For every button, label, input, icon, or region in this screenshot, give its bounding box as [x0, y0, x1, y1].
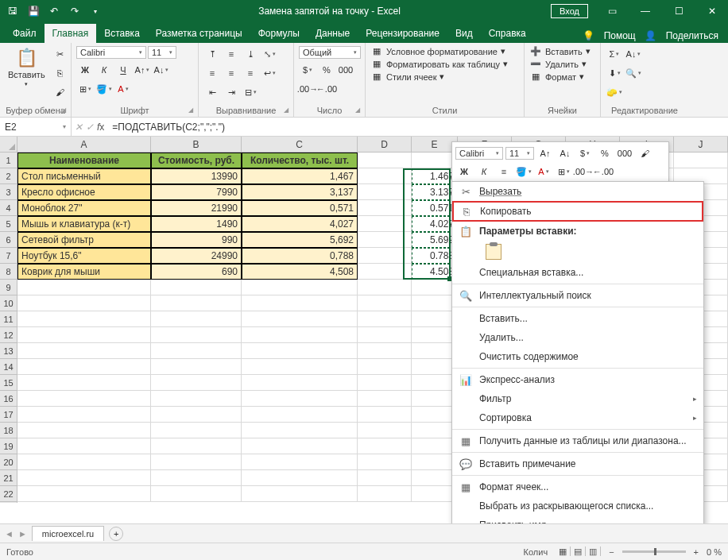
- cell-D1[interactable]: [358, 153, 412, 168]
- fx-icon[interactable]: fx: [97, 122, 104, 133]
- cell-A14[interactable]: [17, 359, 151, 375]
- row-header-11[interactable]: 11: [0, 311, 17, 327]
- format-painter-icon[interactable]: 🖌: [52, 84, 69, 100]
- ctx-get-data[interactable]: ▦Получить данные из таблицы или диапазон…: [452, 431, 703, 450]
- percent-icon[interactable]: %: [318, 62, 335, 78]
- cell-A21[interactable]: [17, 470, 151, 486]
- cell-B18[interactable]: [151, 423, 242, 438]
- cell-A6[interactable]: Сетевой фильтр: [17, 232, 151, 248]
- mini-italic-icon[interactable]: К: [475, 164, 493, 180]
- conditional-formatting-button[interactable]: ▦Условное форматирование▾: [370, 46, 505, 56]
- cell-B15[interactable]: [151, 375, 242, 391]
- cell-D5[interactable]: [358, 216, 412, 232]
- cell-C12[interactable]: [242, 327, 358, 343]
- cell-C14[interactable]: [242, 359, 358, 375]
- font-size-combo[interactable]: 11: [148, 46, 176, 59]
- cell-A9[interactable]: [17, 280, 151, 295]
- ctx-sort[interactable]: Сортировка▸: [452, 408, 703, 427]
- align-top-icon[interactable]: ⤒: [203, 46, 221, 62]
- cell-D21[interactable]: [358, 470, 412, 486]
- col-header-J[interactable]: J: [674, 137, 728, 152]
- cell-C18[interactable]: [242, 423, 358, 438]
- cell-A1[interactable]: Наименование: [17, 153, 151, 168]
- row-header-2[interactable]: 2: [0, 168, 17, 184]
- tab-help[interactable]: Справка: [481, 24, 534, 43]
- cell-C6[interactable]: 5,692: [242, 232, 358, 248]
- cell-B12[interactable]: [151, 327, 242, 343]
- accounting-format-icon[interactable]: $: [299, 62, 316, 78]
- cut-icon[interactable]: ✂: [52, 46, 69, 62]
- cell-B8[interactable]: 690: [151, 264, 242, 280]
- cell-C17[interactable]: [242, 407, 358, 423]
- row-header-13[interactable]: 13: [0, 343, 17, 359]
- cell-B4[interactable]: 21990: [151, 200, 242, 216]
- cell-B6[interactable]: 990: [151, 232, 242, 248]
- tab-home[interactable]: Главная: [45, 24, 97, 43]
- row-header-7[interactable]: 7: [0, 248, 17, 264]
- ctx-copy[interactable]: ⎘Копировать: [452, 201, 703, 222]
- merge-icon[interactable]: ⊟: [242, 84, 259, 100]
- save-icon[interactable]: 💾: [24, 2, 43, 21]
- cell-C13[interactable]: [242, 343, 358, 359]
- mini-accounting-icon[interactable]: $: [576, 145, 594, 161]
- row-header-10[interactable]: 10: [0, 295, 17, 311]
- zoom-out-button[interactable]: −: [609, 547, 614, 557]
- orientation-icon[interactable]: ⤡: [261, 46, 278, 62]
- align-left-icon[interactable]: ≡: [203, 65, 221, 81]
- zoom-in-button[interactable]: +: [694, 547, 699, 557]
- delete-cells-button[interactable]: ➖Удалить▾: [529, 59, 587, 69]
- bold-button[interactable]: Ж: [76, 62, 94, 78]
- ctx-paste-special[interactable]: Специальная вставка...: [452, 263, 703, 282]
- cell-B5[interactable]: 1490: [151, 216, 242, 232]
- cell-B20[interactable]: [151, 454, 242, 470]
- tab-pagelayout[interactable]: Разметка страницы: [148, 24, 250, 43]
- increase-decimal-icon[interactable]: .00→: [299, 81, 316, 97]
- cell-C21[interactable]: [242, 470, 358, 486]
- font-name-combo[interactable]: Calibri: [76, 46, 146, 59]
- minimize-button[interactable]: —: [629, 0, 661, 22]
- redo-icon[interactable]: ↷: [65, 2, 84, 21]
- row-header-4[interactable]: 4: [0, 200, 17, 216]
- ctx-cut[interactable]: ✂Вырезать: [452, 182, 703, 201]
- cell-C15[interactable]: [242, 375, 358, 391]
- cell-C8[interactable]: 4,508: [242, 264, 358, 280]
- cell-C19[interactable]: [242, 438, 358, 454]
- mini-size-combo[interactable]: 11: [505, 147, 534, 160]
- tab-review[interactable]: Рецензирование: [358, 24, 447, 43]
- cell-D22[interactable]: [358, 486, 412, 502]
- decrease-indent-icon[interactable]: ⇤: [203, 84, 221, 100]
- row-header-17[interactable]: 17: [0, 407, 17, 423]
- paste-button[interactable]: 📋 Вставить ▾: [5, 46, 48, 89]
- tab-insert[interactable]: Вставка: [96, 24, 148, 43]
- clear-icon[interactable]: 🧽: [606, 84, 623, 100]
- row-header-18[interactable]: 18: [0, 423, 17, 438]
- mini-comma-icon[interactable]: 000: [616, 145, 633, 161]
- tab-file[interactable]: Файл: [5, 24, 45, 43]
- cancel-formula-icon[interactable]: ✕: [75, 122, 83, 133]
- row-header-22[interactable]: 22: [0, 486, 17, 502]
- row-header-5[interactable]: 5: [0, 216, 17, 232]
- format-cells-button[interactable]: ▦Формат▾: [529, 71, 584, 82]
- qat-dropdown-icon[interactable]: ▾: [86, 2, 105, 21]
- maximize-button[interactable]: ☐: [663, 0, 695, 22]
- cell-D14[interactable]: [358, 359, 412, 375]
- cell-C5[interactable]: 4,027: [242, 216, 358, 232]
- italic-button[interactable]: К: [95, 62, 113, 78]
- cell-B17[interactable]: [151, 407, 242, 423]
- cell-C11[interactable]: [242, 311, 358, 327]
- ctx-delete[interactable]: Удалить...: [452, 328, 703, 347]
- cell-B13[interactable]: [151, 343, 242, 359]
- sheet-tab[interactable]: microexcel.ru: [32, 526, 104, 541]
- cell-D11[interactable]: [358, 311, 412, 327]
- cell-D13[interactable]: [358, 343, 412, 359]
- cell-D17[interactable]: [358, 407, 412, 423]
- cell-C4[interactable]: 0,571: [242, 200, 358, 216]
- cell-A20[interactable]: [17, 454, 151, 470]
- mini-border-icon[interactable]: ⊞: [555, 164, 572, 180]
- ctx-smart-lookup[interactable]: 🔍Интеллектуальный поиск: [452, 286, 703, 305]
- ctx-format-cells[interactable]: ▦Формат ячеек...: [452, 477, 703, 496]
- align-middle-icon[interactable]: ≡: [223, 46, 240, 62]
- cell-D2[interactable]: [358, 168, 412, 184]
- tab-data[interactable]: Данные: [308, 24, 358, 43]
- cell-D10[interactable]: [358, 295, 412, 311]
